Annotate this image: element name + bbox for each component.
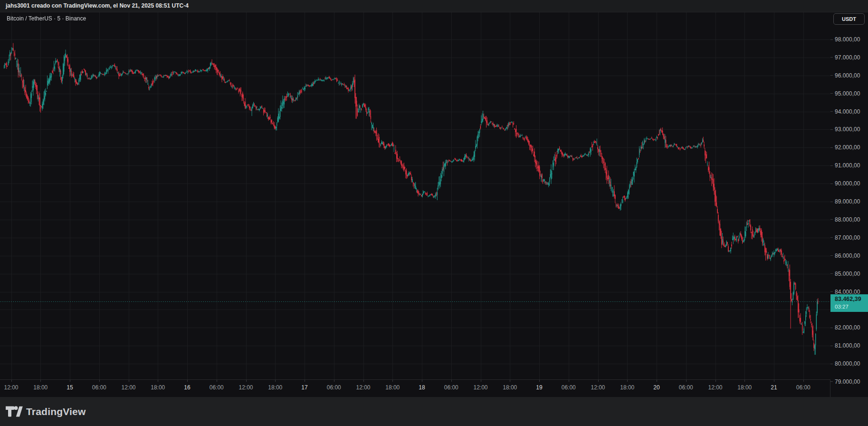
symbol-legend[interactable]: Bitcoin / TetherUS · 5 · Binance (7, 15, 86, 22)
time-tick-label: 06:00 (562, 384, 576, 391)
time-tick-mark (334, 380, 334, 382)
price-tick-mark (830, 381, 833, 382)
time-axis[interactable]: 12:0018:001506:0012:0018:001606:0012:001… (0, 379, 830, 397)
price-tick-mark (830, 57, 833, 58)
time-tick-label: 12:00 (591, 384, 605, 391)
time-tick-mark (305, 380, 305, 382)
price-tick-mark (830, 129, 833, 130)
time-tick-mark (392, 380, 393, 382)
time-tick-label: 12:00 (473, 384, 487, 391)
tradingview-wordmark: TradingView (26, 406, 86, 417)
time-tick-mark (275, 380, 276, 382)
time-tick-label: 18:00 (620, 384, 634, 391)
price-tick-mark (830, 237, 833, 238)
time-tick-mark (598, 380, 599, 382)
price-tick-mark (830, 75, 833, 76)
price-tick-mark (830, 219, 833, 220)
time-tick-label: 20 (653, 384, 659, 391)
time-tick-mark (451, 380, 452, 382)
time-tick-mark (774, 380, 774, 382)
price-tick-label: 94.000,00 (835, 108, 860, 115)
price-tick-mark (830, 147, 833, 148)
price-tick-label: 95.000,00 (835, 90, 860, 97)
price-tick-label: 87.000,00 (835, 234, 860, 241)
time-tick-mark (657, 380, 657, 382)
time-tick-mark (246, 380, 247, 382)
last-price-badge: 83.462,39 03:27 (830, 294, 868, 312)
time-tick-mark (422, 380, 422, 382)
candlestick-chart-canvas[interactable] (0, 12, 830, 379)
price-tick-label: 79.000,00 (835, 378, 860, 385)
price-tick-label: 93.000,00 (835, 126, 860, 133)
time-tick-label: 12:00 (708, 384, 722, 391)
currency-toggle-button[interactable]: USDT (833, 13, 865, 25)
price-tick-label: 80.000,00 (835, 360, 860, 367)
price-tick-mark (830, 273, 833, 274)
time-tick-mark (99, 380, 100, 382)
price-tick-label: 90.000,00 (835, 180, 860, 187)
price-axis[interactable]: USDT 83.462,39 03:27 98.000,0097.000,009… (830, 12, 868, 397)
time-tick-mark (11, 380, 12, 382)
tradingview-logo-icon (6, 405, 23, 418)
time-tick-label: 12:00 (121, 384, 135, 391)
price-tick-label: 82.000,00 (835, 324, 860, 331)
price-tick-label: 86.000,00 (835, 252, 860, 259)
price-tick-mark (830, 93, 833, 94)
time-tick-mark (510, 380, 510, 382)
time-tick-mark (715, 380, 716, 382)
price-tick-label: 88.000,00 (835, 216, 860, 223)
time-tick-mark (627, 380, 628, 382)
price-tick-mark (830, 364, 833, 364)
price-tick-mark (830, 111, 833, 112)
attribution-bar: jahs3001 creado con TradingView.com, el … (0, 0, 868, 12)
time-tick-mark (569, 380, 569, 382)
attribution-text: jahs3001 creado con TradingView.com, el … (6, 2, 189, 9)
time-tick-label: 12:00 (4, 384, 18, 391)
time-tick-mark (744, 380, 745, 382)
time-tick-mark (70, 380, 70, 382)
chart-area: Bitcoin / TetherUS · 5 · Binance 12:0018… (0, 12, 868, 397)
price-tick-mark (830, 184, 833, 184)
time-tick-label: 06:00 (92, 384, 106, 391)
time-tick-mark (686, 380, 687, 382)
time-tick-label: 16 (184, 384, 190, 391)
price-tick-mark (830, 291, 833, 292)
time-tick-label: 17 (301, 384, 307, 391)
time-tick-label: 18:00 (33, 384, 48, 391)
time-tick-mark (539, 380, 540, 382)
time-tick-label: 21 (771, 384, 777, 391)
price-tick-mark (830, 202, 833, 202)
time-tick-label: 06:00 (210, 384, 224, 391)
time-tick-mark (363, 380, 364, 382)
footer-bar: TradingView (0, 397, 868, 426)
last-price-value: 83.462,39 (835, 295, 868, 303)
tradingview-window: jahs3001 creado con TradingView.com, el … (0, 0, 868, 426)
time-tick-mark (129, 380, 129, 382)
time-tick-label: 06:00 (679, 384, 693, 391)
time-tick-label: 18:00 (385, 384, 400, 391)
time-tick-label: 06:00 (327, 384, 341, 391)
chart-pane[interactable]: Bitcoin / TetherUS · 5 · Binance 12:0018… (0, 12, 830, 397)
time-tick-label: 06:00 (796, 384, 811, 391)
price-tick-mark (830, 165, 833, 166)
time-tick-label: 18:00 (268, 384, 282, 391)
price-tick-mark (830, 255, 833, 256)
time-tick-mark (481, 380, 481, 382)
price-tick-label: 85.000,00 (835, 271, 860, 277)
bar-countdown: 03:27 (835, 303, 868, 310)
price-tick-label: 92.000,00 (835, 144, 860, 151)
time-tick-mark (158, 380, 158, 382)
price-tick-mark (830, 39, 833, 40)
time-tick-label: 18:00 (151, 384, 165, 391)
price-tick-label: 96.000,00 (835, 72, 860, 79)
price-tick-label: 98.000,00 (835, 36, 860, 43)
time-tick-label: 18:00 (737, 384, 752, 391)
time-tick-label: 15 (67, 384, 73, 391)
time-tick-mark (187, 380, 188, 382)
time-tick-mark (803, 380, 804, 382)
price-tick-mark (830, 346, 833, 346)
time-tick-mark (40, 380, 41, 382)
price-tick-mark (830, 328, 833, 328)
tradingview-brand-link[interactable]: TradingView (6, 405, 86, 418)
time-tick-label: 19 (536, 384, 542, 391)
